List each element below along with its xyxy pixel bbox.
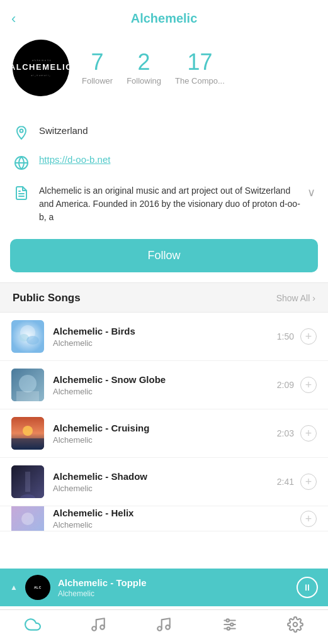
song-thumbnail (11, 506, 44, 531)
song-duration: 2:41 (277, 477, 294, 487)
music-note-icon (156, 616, 172, 636)
nav-item-sliders[interactable] (214, 615, 246, 638)
back-button[interactable]: ‹ (11, 11, 16, 27)
song-artist: Alchemelic (53, 435, 268, 445)
svg-rect-16 (25, 472, 30, 492)
now-playing-thumb-text: ALC (34, 586, 42, 589)
stat-item: 7 Follower (82, 51, 113, 86)
song-item[interactable]: Alchemelic - Cruising Alchemelic 2:03 + (0, 409, 328, 458)
chevron-down-icon[interactable]: ∨ (302, 186, 315, 199)
nav-item-music-note[interactable] (148, 615, 179, 638)
add-song-button[interactable]: + (300, 328, 317, 345)
song-info: Alchemelic - Cruising Alchemelic (53, 423, 268, 445)
song-title: Alchemelic - Snow Globe (53, 374, 268, 385)
song-title: Alchemelic - Helix (53, 508, 291, 518)
song-artist: Alchemelic (53, 338, 268, 348)
svg-point-22 (166, 625, 171, 630)
svg-point-12 (23, 426, 33, 436)
song-item[interactable]: Alchemelic - Birds Alchemelic 1:50 + (0, 313, 328, 361)
stat-label: Following (127, 76, 161, 86)
add-song-button[interactable]: + (300, 377, 317, 393)
profile-top: ᵃˡᶜʰᵉᵐᵉˡⁱᶜ ALCHEMELIC ₐₗ꜀ₕₑₘₑₗᵢ꜀ 7 Follo… (13, 40, 315, 96)
song-title: Alchemelic - Shadow (53, 471, 268, 482)
now-playing-thumb: ALC (25, 575, 50, 600)
song-artist: Alchemelic (53, 387, 268, 396)
bio-text: Alchemelic is an original music and art … (39, 184, 302, 224)
song-title: Alchemelic - Birds (53, 326, 268, 336)
svg-rect-10 (16, 391, 39, 401)
pause-icon: ⏸ (303, 582, 312, 592)
avatar-text-main: ALCHEMELIC (13, 63, 69, 72)
website-row: https://d-oo-b.net (13, 148, 315, 178)
song-thumbnail (11, 417, 44, 450)
add-song-button[interactable]: + (300, 511, 317, 527)
song-thumbnail (11, 465, 44, 498)
add-song-button[interactable]: + (300, 425, 317, 441)
song-right: 2:03 + (277, 425, 317, 441)
now-playing-title: Alchemelic - Topple (58, 577, 289, 588)
stat-label: Follower (82, 76, 113, 86)
song-info: Alchemelic - Snow Globe Alchemelic (53, 374, 268, 396)
song-thumbnail (11, 369, 44, 401)
sliders-icon (222, 616, 238, 636)
song-right: 2:09 + (277, 377, 317, 393)
website-link[interactable]: https://d-oo-b.net (39, 154, 110, 165)
stat-item: 2 Following (127, 51, 161, 86)
stat-number: 17 (187, 51, 212, 74)
expand-icon[interactable]: ▲ (10, 583, 18, 592)
svg-point-20 (101, 625, 105, 630)
song-right: 1:50 + (277, 328, 317, 345)
avatar-text-sub: ₐₗ꜀ₕₑₘₑₗᵢ꜀ (13, 73, 69, 77)
svg-point-28 (227, 627, 229, 630)
page-title: Alchemelic (131, 11, 198, 26)
song-right: 2:41 + (277, 474, 317, 490)
section-title: Public Songs (13, 292, 81, 304)
song-artist: Alchemelic (53, 484, 268, 493)
svg-point-26 (226, 619, 229, 621)
svg-point-9 (19, 375, 37, 392)
song-info: Alchemelic - Helix Alchemelic (53, 508, 291, 530)
cloud-icon (25, 616, 41, 636)
song-right: + (300, 511, 317, 527)
song-duration: 2:09 (277, 380, 294, 390)
section-header: Public Songs Show All › (0, 282, 328, 313)
follow-button[interactable]: Follow (10, 239, 318, 272)
show-all-label: Show All (276, 293, 310, 303)
settings-icon (287, 616, 303, 636)
song-artist: Alchemelic (53, 520, 291, 530)
globe-icon (13, 154, 30, 172)
bio-content: Alchemelic is an original music and art … (13, 184, 302, 224)
now-playing-info: Alchemelic - Topple Alchemelic (58, 577, 289, 598)
add-song-button[interactable]: + (300, 474, 317, 490)
location-row: Switzerland (13, 118, 315, 148)
song-thumbnail (11, 320, 44, 353)
follow-button-container: Follow (0, 230, 328, 282)
profile-section: ᵃˡᶜʰᵉᵐᵉˡⁱᶜ ALCHEMELIC ₐₗ꜀ₕₑₘₑₗᵢ꜀ 7 Follo… (0, 33, 328, 118)
nav-item-settings[interactable] (280, 615, 311, 638)
song-info: Alchemelic - Birds Alchemelic (53, 326, 268, 348)
svg-point-19 (93, 626, 97, 631)
stat-number: 2 (138, 51, 150, 74)
stat-item: 17 The Compo... (175, 51, 225, 86)
notes-icon (90, 616, 106, 636)
svg-point-27 (230, 623, 233, 626)
stat-number: 7 (91, 51, 104, 74)
song-item[interactable]: Alchemelic - Helix Alchemelic + (0, 506, 328, 531)
song-item[interactable]: Alchemelic - Snow Globe Alchemelic 2:09 … (0, 361, 328, 409)
show-all-chevron-icon: › (312, 293, 315, 303)
stat-label: The Compo... (175, 76, 225, 86)
info-rows: Switzerland https://d-oo-b.net Alchemeli… (0, 118, 328, 230)
stats-container: 7 Follower 2 Following 17 The Compo... (82, 51, 225, 86)
song-duration: 2:03 (277, 428, 294, 438)
show-all-button[interactable]: Show All › (276, 293, 315, 303)
svg-point-29 (293, 623, 298, 627)
song-title: Alchemelic - Cruising (53, 423, 268, 433)
nav-item-cloud[interactable] (17, 615, 48, 638)
nav-item-notes[interactable] (82, 615, 114, 638)
pause-button[interactable]: ⏸ (297, 577, 318, 598)
song-duration: 1:50 (277, 331, 294, 341)
svg-point-18 (21, 513, 34, 525)
header: ‹ Alchemelic (0, 0, 328, 33)
song-item[interactable]: Alchemelic - Shadow Alchemelic 2:41 + (0, 458, 328, 506)
svg-point-7 (26, 336, 39, 345)
